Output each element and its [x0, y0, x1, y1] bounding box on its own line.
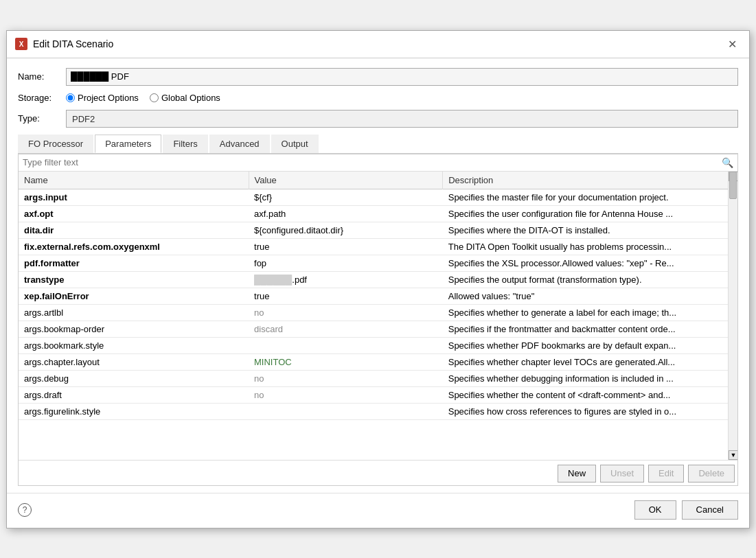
table-row[interactable]: args.input${cf}Specifies the master file…	[19, 189, 737, 205]
project-options-label: Project Options	[78, 93, 139, 103]
type-row: Type: PDF2	[18, 110, 738, 128]
title-bar: X Edit DITA Scenario ✕	[7, 31, 749, 58]
cell-desc: Specifies where the DITA-OT is installed…	[443, 222, 737, 238]
cell-value	[249, 403, 443, 419]
parameters-table: Name Value Description args.input${cf}Sp…	[19, 172, 737, 420]
app-icon: X	[15, 38, 27, 50]
cell-value: no	[249, 386, 443, 403]
cell-desc: Specifies the output format (transformat…	[443, 271, 737, 288]
name-row: Name:	[18, 68, 738, 86]
table-row[interactable]: args.figurelink.styleSpecifies how cross…	[19, 403, 737, 419]
filter-row: 🔍	[19, 154, 737, 172]
help-icon[interactable]: ?	[18, 503, 32, 517]
global-options-radio[interactable]: Global Options	[150, 93, 220, 103]
delete-button[interactable]: Delete	[688, 465, 735, 483]
type-label: Type:	[18, 113, 59, 124]
cell-value: MINITOC	[249, 353, 443, 370]
cell-name: args.chapter.layout	[19, 353, 249, 370]
new-button[interactable]: New	[558, 465, 596, 483]
tab-filters[interactable]: Filters	[163, 135, 207, 153]
cell-value: ${configured.ditaot.dir}	[249, 222, 443, 238]
cell-desc: Specifies the user configuration file fo…	[443, 205, 737, 222]
cell-value: ${cf}	[249, 189, 443, 205]
unset-button[interactable]: Unset	[600, 465, 644, 483]
tab-parameters[interactable]: Parameters	[95, 135, 161, 153]
parameters-table-section: 🔍 Name Value Description	[18, 154, 738, 486]
cell-name: args.figurelink.style	[19, 403, 249, 419]
cell-name: xep.failOnError	[19, 288, 249, 304]
tab-fo-processor[interactable]: FO Processor	[18, 135, 93, 153]
table-row[interactable]: args.debugnoSpecifies whether debugging …	[19, 370, 737, 386]
tab-advanced[interactable]: Advanced	[209, 135, 270, 153]
filter-input[interactable]	[23, 157, 722, 167]
cell-value	[249, 337, 443, 353]
table-row[interactable]: transtype██████.pdfSpecifies the output …	[19, 271, 737, 288]
cell-name: fix.external.refs.com.oxygenxml	[19, 238, 249, 255]
scrollbar-track[interactable]: ▲ ▼	[728, 172, 737, 460]
cell-name: args.debug	[19, 370, 249, 386]
table-row[interactable]: pdf.formatterfopSpecifies the XSL proces…	[19, 255, 737, 271]
cell-name: pdf.formatter	[19, 255, 249, 271]
dialog-title: Edit DITA Scenario	[33, 38, 113, 49]
storage-row: Storage: Project Options Global Options	[18, 93, 738, 103]
cell-value: true	[249, 238, 443, 255]
tab-output[interactable]: Output	[271, 135, 319, 153]
cell-desc: Allowed values: "true"	[443, 288, 737, 304]
cell-desc: Specifies whether chapter level TOCs are…	[443, 353, 737, 370]
cancel-button[interactable]: Cancel	[682, 500, 738, 520]
cell-value: axf.path	[249, 205, 443, 222]
cell-desc: Specifies whether to generate a label fo…	[443, 304, 737, 321]
cell-desc: Specifies whether debugging information …	[443, 370, 737, 386]
table-row[interactable]: args.chapter.layoutMINITOCSpecifies whet…	[19, 353, 737, 370]
dialog-footer: ? OK Cancel	[7, 493, 749, 528]
cell-value: ██████.pdf	[249, 271, 443, 288]
cell-desc: Specifies the master file for your docum…	[443, 189, 737, 205]
cell-value: no	[249, 370, 443, 386]
cell-name: axf.opt	[19, 205, 249, 222]
title-bar-left: X Edit DITA Scenario	[15, 38, 113, 50]
tab-bar: FO Processor Parameters Filters Advanced…	[18, 135, 738, 154]
table-row[interactable]: args.bookmark.styleSpecifies whether PDF…	[19, 337, 737, 353]
global-options-label: Global Options	[161, 93, 220, 103]
edit-button[interactable]: Edit	[648, 465, 684, 483]
table-row[interactable]: xep.failOnErrortrueAllowed values: "true…	[19, 288, 737, 304]
table-header-row: Name Value Description	[19, 172, 737, 189]
scrollbar-down-button[interactable]: ▼	[729, 450, 737, 460]
cell-desc: The DITA Open Toolkit usually has proble…	[443, 238, 737, 255]
scrollbar-thumb[interactable]	[729, 172, 737, 199]
col-header-desc: Description	[443, 172, 737, 189]
cell-name: args.artlbl	[19, 304, 249, 321]
cell-name: dita.dir	[19, 222, 249, 238]
cell-name: args.bookmark.style	[19, 337, 249, 353]
table-row[interactable]: args.artlblnoSpecifies whether to genera…	[19, 304, 737, 321]
cell-name: transtype	[19, 271, 249, 288]
ok-button[interactable]: OK	[634, 500, 676, 520]
cell-desc: Specifies whether PDF bookmarks are by d…	[443, 337, 737, 353]
cell-desc: Specifies if the frontmatter and backmat…	[443, 321, 737, 337]
cell-value: no	[249, 304, 443, 321]
name-input[interactable]	[66, 68, 738, 86]
cell-desc: Specifies how cross references to figure…	[443, 403, 737, 419]
name-label: Name:	[18, 71, 59, 82]
cell-desc: Specifies whether the content of <draft-…	[443, 386, 737, 403]
table-row[interactable]: args.draftnoSpecifies whether the conten…	[19, 386, 737, 403]
project-options-radio[interactable]: Project Options	[66, 93, 139, 103]
cell-value: true	[249, 288, 443, 304]
table-row[interactable]: dita.dir${configured.ditaot.dir}Specifie…	[19, 222, 737, 238]
table-wrapper: Name Value Description args.input${cf}Sp…	[19, 172, 737, 460]
footer-buttons: OK Cancel	[634, 500, 738, 520]
cell-desc: Specifies the XSL processor.Allowed valu…	[443, 255, 737, 271]
col-header-name: Name	[19, 172, 249, 189]
table-row[interactable]: axf.optaxf.pathSpecifies the user config…	[19, 205, 737, 222]
cell-name: args.input	[19, 189, 249, 205]
close-button[interactable]: ✕	[724, 36, 741, 52]
table-row[interactable]: fix.external.refs.com.oxygenxmltrueThe D…	[19, 238, 737, 255]
storage-options: Project Options Global Options	[66, 93, 220, 103]
col-header-value: Value	[249, 172, 443, 189]
storage-label: Storage:	[18, 93, 59, 103]
type-display: PDF2	[66, 110, 738, 128]
action-buttons: New Unset Edit Delete	[19, 460, 737, 485]
cell-value: fop	[249, 255, 443, 271]
dialog-body: Name: Storage: Project Options Global Op…	[7, 58, 749, 493]
table-row[interactable]: args.bookmap-orderdiscardSpecifies if th…	[19, 321, 737, 337]
